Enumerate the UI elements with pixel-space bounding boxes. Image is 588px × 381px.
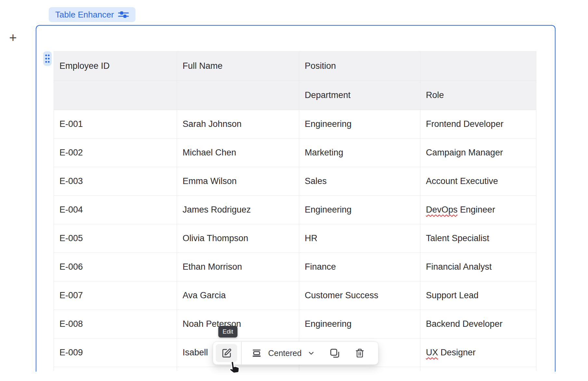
drag-handle-icon bbox=[45, 54, 50, 63]
header-cell-department[interactable]: Department bbox=[299, 81, 420, 110]
add-block-button[interactable]: + bbox=[9, 33, 17, 42]
cell-role[interactable]: Campaign Manager bbox=[420, 139, 536, 167]
cell-role[interactable]: Talent Specialist bbox=[420, 224, 536, 253]
cell-role[interactable]: Financial Analyst bbox=[420, 253, 536, 281]
chevron-down-icon bbox=[307, 349, 315, 357]
sliders-icon bbox=[118, 11, 129, 18]
cell-role[interactable]: Backend Developer bbox=[420, 310, 536, 338]
header-row-2: Department Role bbox=[54, 81, 536, 110]
cell-employee-id[interactable]: E-002 bbox=[54, 139, 177, 167]
alignment-dropdown[interactable]: Centered bbox=[252, 349, 315, 358]
cell-role[interactable]: Frontend Developer bbox=[420, 110, 536, 139]
cell-employee-id[interactable]: E-008 bbox=[54, 310, 177, 338]
cell-department[interactable]: Engineering bbox=[299, 310, 420, 338]
align-center-icon bbox=[252, 349, 261, 358]
cell-role[interactable]: Account Executive bbox=[420, 167, 536, 196]
header-row-1: Employee ID Full Name Position bbox=[54, 52, 536, 81]
cell-role-rest: Engineer bbox=[458, 205, 495, 215]
table-row: E-003 Emma Wilson Sales Account Executiv… bbox=[54, 167, 536, 196]
header-cell-employee-id[interactable]: Employee ID bbox=[54, 52, 177, 81]
cell-department[interactable]: Engineering bbox=[299, 196, 420, 224]
cell-department[interactable]: Sales bbox=[299, 167, 420, 196]
cell-department[interactable]: Finance bbox=[299, 253, 420, 281]
cell-full-name[interactable]: Ethan Morrison bbox=[177, 253, 299, 281]
duplicate-button[interactable] bbox=[329, 348, 340, 359]
cell-full-name[interactable]: Noah Peterson bbox=[177, 310, 299, 338]
header-cell-empty[interactable] bbox=[54, 81, 177, 110]
trash-icon bbox=[355, 348, 364, 358]
edit-tooltip: Edit bbox=[218, 326, 237, 338]
cell-department[interactable]: Engineering bbox=[299, 110, 420, 139]
misspelled-word: DevOps bbox=[426, 205, 458, 215]
cell-employee-id[interactable]: E-001 bbox=[54, 110, 177, 139]
table-row: E-002 Michael Chen Marketing Campaign Ma… bbox=[54, 139, 536, 167]
header-cell-empty[interactable] bbox=[177, 81, 299, 110]
cell-full-name[interactable]: Ava Garcia bbox=[177, 281, 299, 310]
table-row: E-005 Olivia Thompson HR Talent Speciali… bbox=[54, 224, 536, 253]
cell-full-name[interactable]: Michael Chen bbox=[177, 139, 299, 167]
cell-department[interactable]: Customer Success bbox=[299, 281, 420, 310]
cell-full-name[interactable]: Olivia Thompson bbox=[177, 224, 299, 253]
cell-department[interactable]: HR bbox=[299, 224, 420, 253]
header-cell-role[interactable]: Role bbox=[420, 81, 536, 110]
cell-role-rest: Designer bbox=[438, 348, 476, 357]
employee-table: Employee ID Full Name Position Departmen… bbox=[54, 51, 536, 371]
cell-employee-id[interactable]: E-009 bbox=[54, 338, 177, 367]
table-row-clipped bbox=[54, 367, 536, 371]
cell-role[interactable]: DevOps Engineer bbox=[420, 196, 536, 224]
table-enhancer-label: Table Enhancer bbox=[55, 10, 114, 20]
cell-employee-id[interactable]: E-004 bbox=[54, 196, 177, 224]
table-row: E-008 Noah Peterson Engineering Backend … bbox=[54, 310, 536, 338]
table-drag-handle[interactable] bbox=[43, 51, 52, 66]
cell-full-name[interactable]: James Rodriguez bbox=[177, 196, 299, 224]
cell-role[interactable] bbox=[420, 367, 536, 371]
copy-icon bbox=[329, 348, 340, 359]
cell-full-name[interactable]: Sarah Johnson bbox=[177, 110, 299, 139]
header-cell-full-name[interactable]: Full Name bbox=[177, 52, 299, 81]
cell-employee-id[interactable]: E-005 bbox=[54, 224, 177, 253]
table-enhancer-badge[interactable]: Table Enhancer bbox=[49, 7, 135, 22]
toolbar-divider bbox=[241, 342, 242, 364]
delete-button[interactable] bbox=[355, 348, 364, 358]
table-row: E-001 Sarah Johnson Engineering Frontend… bbox=[54, 110, 536, 139]
header-cell-empty[interactable] bbox=[420, 52, 536, 81]
header-cell-position[interactable]: Position bbox=[299, 52, 420, 81]
table-row: E-007 Ava Garcia Customer Success Suppor… bbox=[54, 281, 536, 310]
cell-employee-id[interactable] bbox=[54, 367, 177, 371]
cell-role[interactable]: UX Designer bbox=[420, 338, 536, 367]
cell-department[interactable] bbox=[299, 367, 420, 371]
cell-employee-id[interactable]: E-006 bbox=[54, 253, 177, 281]
cell-department[interactable]: Marketing bbox=[299, 139, 420, 167]
table-row: E-004 James Rodriguez Engineering DevOps… bbox=[54, 196, 536, 224]
alignment-label: Centered bbox=[268, 349, 302, 358]
table-row: E-006 Ethan Morrison Finance Financial A… bbox=[54, 253, 536, 281]
square-pen-icon bbox=[222, 348, 232, 358]
cell-employee-id[interactable]: E-007 bbox=[54, 281, 177, 310]
cell-employee-id[interactable]: E-003 bbox=[54, 167, 177, 196]
edit-cell-button[interactable] bbox=[216, 344, 237, 362]
mouse-pointer-cursor bbox=[227, 359, 242, 376]
employee-table-wrapper: Employee ID Full Name Position Departmen… bbox=[54, 51, 536, 371]
cell-full-name[interactable]: Emma Wilson bbox=[177, 167, 299, 196]
cell-role[interactable]: Support Lead bbox=[420, 281, 536, 310]
misspelled-word: UX bbox=[426, 348, 438, 357]
